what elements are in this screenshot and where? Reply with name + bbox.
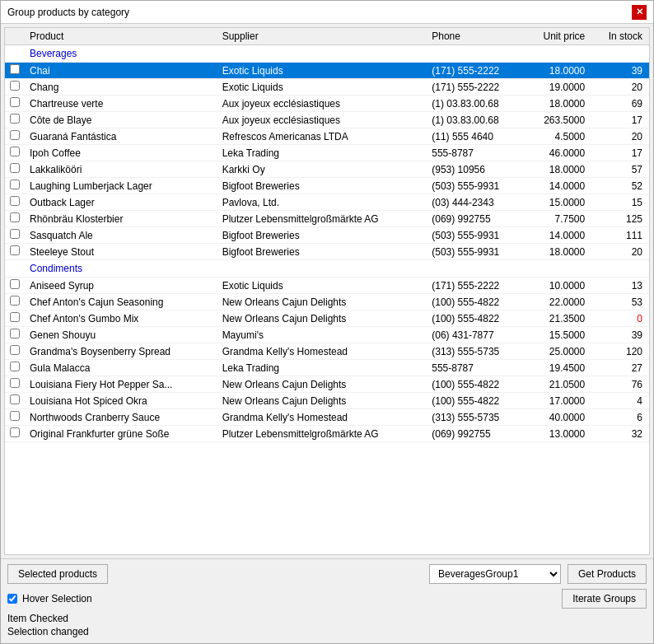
- table-row[interactable]: Original Frankfurter grüne Soße Plutzer …: [5, 426, 649, 442]
- table-row[interactable]: Laughing Lumberjack Lager Bigfoot Brewer…: [5, 178, 649, 194]
- row-checkbox-cell[interactable]: [5, 393, 25, 409]
- product-name: Northwoods Cranberry Sauce: [25, 409, 217, 426]
- table-row[interactable]: Genen Shouyu Mayumi's (06) 431-7877 15.5…: [5, 327, 649, 343]
- row-checkbox-cell[interactable]: [5, 227, 25, 244]
- phone-number: (11) 555 4640: [427, 128, 525, 145]
- table-row[interactable]: Chang Exotic Liquids (171) 555-2222 19.0…: [5, 79, 649, 96]
- supplier-name: New Orleans Cajun Delights: [217, 393, 427, 409]
- supplier-name: Plutzer Lebensmittelgroßmärkte AG: [217, 426, 427, 442]
- row-checkbox-cell[interactable]: [5, 244, 25, 260]
- row-checkbox-cell[interactable]: [5, 294, 25, 310]
- in-stock: 111: [591, 227, 649, 244]
- product-name: Guaraná Fantástica: [25, 128, 217, 145]
- row-checkbox-cell[interactable]: [5, 343, 25, 360]
- table-row[interactable]: Sasquatch Ale Bigfoot Breweries (503) 55…: [5, 227, 649, 244]
- phone-number: (100) 555-4822: [427, 310, 525, 327]
- row-checkbox-cell[interactable]: [5, 161, 25, 178]
- table-row[interactable]: Lakkalikööri Karkki Oy (953) 10956 18.00…: [5, 161, 649, 178]
- table-row[interactable]: Outback Lager Pavlova, Ltd. (03) 444-234…: [5, 194, 649, 211]
- row-checkbox-cell[interactable]: [5, 178, 25, 194]
- unit-price: 263.5000: [525, 112, 592, 128]
- row-checkbox[interactable]: [10, 196, 20, 206]
- row-checkbox[interactable]: [10, 130, 20, 140]
- row-checkbox[interactable]: [10, 163, 20, 173]
- selected-products-button[interactable]: Selected products: [7, 564, 108, 584]
- table-row[interactable]: Louisiana Fiery Hot Pepper Sa... New Orl…: [5, 376, 649, 393]
- group-dropdown[interactable]: BeveragesGroup1BeveragesGroup2Condiments…: [429, 564, 561, 584]
- row-checkbox[interactable]: [10, 394, 20, 404]
- row-checkbox-cell[interactable]: [5, 426, 25, 442]
- row-checkbox[interactable]: [10, 411, 20, 421]
- iterate-groups-button[interactable]: Iterate Groups: [562, 589, 647, 609]
- row-checkbox[interactable]: [10, 245, 20, 255]
- row-checkbox[interactable]: [10, 362, 20, 371]
- row-checkbox[interactable]: [10, 378, 20, 388]
- product-name: Louisiana Hot Spiced Okra: [25, 393, 217, 409]
- row-checkbox-cell[interactable]: [5, 360, 25, 376]
- row-checkbox[interactable]: [10, 279, 20, 289]
- table-row[interactable]: Louisiana Hot Spiced Okra New Orleans Ca…: [5, 393, 649, 409]
- product-name: Rhönbräu Klosterbier: [25, 211, 217, 227]
- table-row[interactable]: Grandma's Boysenberry Spread Grandma Kel…: [5, 343, 649, 360]
- unit-price: 18.0000: [525, 96, 592, 112]
- row-checkbox[interactable]: [10, 147, 20, 156]
- unit-price: 21.0500: [525, 376, 592, 393]
- product-name: Ipoh Coffee: [25, 145, 217, 161]
- row-checkbox-cell[interactable]: [5, 79, 25, 96]
- row-checkbox-cell[interactable]: [5, 112, 25, 128]
- unit-price: 18.0000: [525, 244, 592, 260]
- unit-price: 18.0000: [525, 63, 592, 79]
- unit-price: 4.5000: [525, 128, 592, 145]
- row-checkbox[interactable]: [10, 64, 20, 74]
- row-checkbox-cell[interactable]: [5, 310, 25, 327]
- table-row[interactable]: Northwoods Cranberry Sauce Grandma Kelly…: [5, 409, 649, 426]
- table-row[interactable]: Côte de Blaye Aux joyeux ecclésiastiques…: [5, 112, 649, 128]
- row-checkbox[interactable]: [10, 97, 20, 107]
- table-row[interactable]: Steeleye Stout Bigfoot Breweries (503) 5…: [5, 244, 649, 260]
- get-products-button[interactable]: Get Products: [568, 564, 647, 584]
- row-checkbox[interactable]: [10, 180, 20, 189]
- row-checkbox-cell[interactable]: [5, 128, 25, 145]
- row-checkbox-cell[interactable]: [5, 278, 25, 294]
- row-checkbox-cell[interactable]: [5, 63, 25, 79]
- row-checkbox[interactable]: [10, 329, 20, 338]
- row-checkbox-cell[interactable]: [5, 96, 25, 112]
- row-checkbox-cell[interactable]: [5, 409, 25, 426]
- supplier-name: Bigfoot Breweries: [217, 178, 427, 194]
- hover-selection-checkbox[interactable]: [7, 594, 17, 604]
- supplier-name: Grandma Kelly's Homestead: [217, 343, 427, 360]
- row-checkbox-cell[interactable]: [5, 211, 25, 227]
- phone-number: (503) 555-9931: [427, 227, 525, 244]
- row-checkbox[interactable]: [10, 212, 20, 222]
- product-table-container[interactable]: Product Supplier Phone Unit price In sto…: [4, 27, 650, 555]
- row-checkbox[interactable]: [10, 345, 20, 355]
- row-checkbox-cell[interactable]: [5, 376, 25, 393]
- table-row[interactable]: Chai Exotic Liquids (171) 555-2222 18.00…: [5, 63, 649, 79]
- row-checkbox-cell[interactable]: [5, 327, 25, 343]
- row-checkbox[interactable]: [10, 229, 20, 239]
- in-stock: 0: [591, 310, 649, 327]
- row-checkbox-cell[interactable]: [5, 145, 25, 161]
- row-checkbox[interactable]: [10, 296, 20, 306]
- table-row[interactable]: Guaraná Fantástica Refrescos Americanas …: [5, 128, 649, 145]
- footer: Selected products BeveragesGroup1Beverag…: [1, 558, 653, 643]
- table-row[interactable]: Chartreuse verte Aux joyeux ecclésiastiq…: [5, 96, 649, 112]
- table-row[interactable]: Chef Anton's Cajun Seasoning New Orleans…: [5, 294, 649, 310]
- in-stock: 39: [591, 327, 649, 343]
- row-checkbox[interactable]: [10, 81, 20, 91]
- table-row[interactable]: Rhönbräu Klosterbier Plutzer Lebensmitte…: [5, 211, 649, 227]
- table-row[interactable]: Aniseed Syrup Exotic Liquids (171) 555-2…: [5, 278, 649, 294]
- row-checkbox[interactable]: [10, 114, 20, 124]
- product-name: Laughing Lumberjack Lager: [25, 178, 217, 194]
- table-row[interactable]: Gula Malacca Leka Trading 555-8787 19.45…: [5, 360, 649, 376]
- unit-price: 21.3500: [525, 310, 592, 327]
- in-stock: 4: [591, 393, 649, 409]
- table-row[interactable]: Ipoh Coffee Leka Trading 555-8787 46.000…: [5, 145, 649, 161]
- row-checkbox[interactable]: [10, 312, 20, 322]
- table-row[interactable]: Chef Anton's Gumbo Mix New Orleans Cajun…: [5, 310, 649, 327]
- close-button[interactable]: ✕: [632, 5, 647, 20]
- row-checkbox-cell[interactable]: [5, 194, 25, 211]
- row-checkbox[interactable]: [10, 427, 20, 437]
- category-header-row: Beverages: [5, 45, 649, 63]
- supplier-name: Grandma Kelly's Homestead: [217, 409, 427, 426]
